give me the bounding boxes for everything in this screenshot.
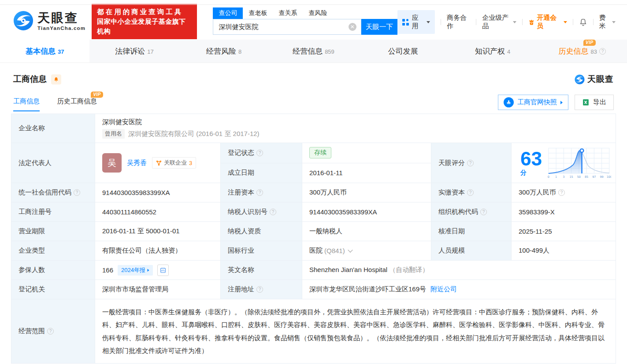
- help-icon[interactable]: ?: [599, 48, 606, 55]
- monitor-bell-icon[interactable]: [51, 74, 61, 85]
- top-nav: 应用 商务合作 企业级产品 开通会员 费米: [397, 10, 616, 34]
- help-icon[interactable]: ?: [270, 209, 276, 215]
- search-tab-company[interactable]: 查公司: [213, 7, 243, 19]
- nearby-companies-link[interactable]: 附近公司: [430, 285, 457, 294]
- search-tab-boss[interactable]: 查老板: [243, 7, 273, 19]
- svg-text:99: 99: [600, 175, 604, 179]
- tab-count: 4: [507, 48, 510, 55]
- clear-search-icon[interactable]: ✕: [349, 23, 356, 31]
- field-value: 2016-01-11: [302, 163, 431, 183]
- table-row: 参保人数 166 2024年报 英文名称 Shenzhen Jian'an Ho…: [11, 261, 616, 280]
- field-label: 组织机构代码?: [431, 202, 512, 222]
- divider: [522, 19, 523, 25]
- field-value: 166 2024年报: [95, 261, 221, 280]
- tab-history-info[interactable]: 历史信息 VIP 83 ?: [538, 40, 627, 63]
- former-name-badge: 曾用名: [102, 129, 125, 139]
- help-icon[interactable]: ?: [256, 150, 263, 156]
- table-row: 法定代表人 吴 吴秀香 关联企业 3 登记状态? 存续 天眼评分?: [11, 143, 616, 163]
- divider: [441, 19, 441, 25]
- svg-text:0: 0: [548, 175, 549, 179]
- help-icon[interactable]: ?: [256, 189, 263, 196]
- score-distribution-chart: 0 1 3 15 50 85 97 99 100: [547, 146, 611, 180]
- tianyancha-logo[interactable]: 天眼查 TianYanCha.com: [13, 11, 85, 33]
- table-row: 经营范围? 一般经营项目：中医养生保健服务（非医疗）。（除依法须经批准的项目外，…: [11, 299, 616, 364]
- tianyancha-logo-icon: [13, 11, 33, 33]
- tab-company-development[interactable]: 公司发展: [358, 40, 448, 63]
- tab-count: 83: [591, 48, 597, 55]
- trend-chart-button[interactable]: [157, 265, 169, 276]
- help-icon[interactable]: ?: [256, 286, 263, 293]
- table-row: 企业类型 有限责任公司（法人独资） 国标行业 医院 (Q841) 人员规模 10…: [11, 241, 616, 261]
- field-value[interactable]: 医院 (Q841): [302, 241, 431, 261]
- slogan-line1: 都在用的商业查询工具: [97, 7, 192, 17]
- export-button[interactable]: 导出: [575, 95, 614, 110]
- tab-intellectual-property[interactable]: 知识产权4: [448, 40, 537, 63]
- help-icon[interactable]: ?: [74, 189, 80, 196]
- field-label: 纳税人资质: [221, 222, 302, 241]
- table-row: 工商注册号 440301114860552 纳税人识别号? 9144030035…: [11, 202, 616, 222]
- username: 费米: [599, 14, 610, 30]
- apps-menu[interactable]: 应用: [397, 10, 435, 34]
- field-value: 300万人民币?: [512, 183, 616, 202]
- industry-name: 医院: [309, 246, 323, 255]
- field-label: 注册地址?: [221, 280, 302, 299]
- tab-label: 基本信息: [26, 46, 56, 56]
- subtab-history-business-info[interactable]: 历史工商信息 VIP: [57, 97, 97, 111]
- field-value: 有限责任公司（法人独资）: [95, 241, 221, 261]
- field-value: 2016-01-11 至 5000-01-01: [95, 222, 221, 241]
- field-value: 深圳市市场监督管理局: [95, 280, 221, 299]
- nav-enterprise[interactable]: 企业级产品: [482, 14, 516, 30]
- tianyan-score: 63: [520, 148, 542, 169]
- legal-rep-avatar[interactable]: 吴: [102, 153, 122, 173]
- field-label: 国标行业: [221, 241, 302, 261]
- search-button[interactable]: 天眼一下: [361, 19, 397, 35]
- business-registration-section: 工商信息 天眼查 工商信息 历史工商信息 VIP 工商官网快照: [0, 74, 627, 364]
- help-icon[interactable]: ?: [467, 189, 474, 196]
- search-input[interactable]: [213, 23, 348, 31]
- svg-text:100: 100: [607, 175, 611, 179]
- tab-count: 8: [238, 48, 241, 55]
- apps-grid-icon: [402, 19, 409, 26]
- excel-icon: [582, 99, 590, 106]
- company-page-tabs: 基本信息37 法律诉讼17 经营风险8 经营信息859 公司发展 知识产权4 历…: [0, 40, 627, 63]
- chevron-down-icon[interactable]: [348, 247, 352, 252]
- annual-report-badge[interactable]: 2024年报: [118, 265, 153, 276]
- divider: [476, 19, 476, 25]
- field-label: 人员规模: [431, 241, 512, 261]
- tab-legal-litigation[interactable]: 法律诉讼17: [89, 40, 179, 63]
- tab-count: 17: [147, 48, 153, 55]
- chevron-down-icon: [513, 21, 516, 23]
- subtab-business-info[interactable]: 工商信息: [13, 97, 40, 111]
- english-name: Shenzhen Jian'an Hospital: [309, 266, 387, 273]
- chevron-down-icon: [564, 21, 567, 23]
- subtab-label: 历史工商信息: [57, 97, 97, 105]
- nav-cooperation[interactable]: 商务合作: [447, 14, 470, 30]
- vip-badge: VIP: [583, 40, 596, 46]
- divider: [593, 19, 594, 25]
- network-icon: [156, 160, 162, 166]
- search-tab-risk[interactable]: 查风险: [303, 7, 333, 19]
- help-icon[interactable]: ?: [467, 160, 474, 166]
- official-snapshot-button[interactable]: 工商官网快照: [498, 95, 568, 110]
- tab-count: 37: [58, 48, 64, 55]
- search-area: 查公司 查老板 查关系 查风险 ✕ 天眼一下: [213, 7, 397, 35]
- tab-label: 公司发展: [388, 46, 418, 56]
- auto-translate-note: （自动翻译）: [389, 266, 429, 273]
- user-menu[interactable]: 费米: [599, 14, 616, 30]
- export-label: 导出: [593, 98, 606, 107]
- legal-rep-link[interactable]: 吴秀香: [127, 159, 147, 167]
- tab-basic-info[interactable]: 基本信息37: [0, 40, 89, 63]
- help-icon[interactable]: ?: [558, 189, 565, 196]
- notifications-bell-icon[interactable]: [579, 18, 587, 26]
- related-companies-badge[interactable]: 关联企业 3: [152, 157, 196, 169]
- tab-label: 知识产权: [475, 46, 505, 56]
- vip-badge: VIP: [91, 92, 103, 98]
- help-icon[interactable]: ?: [480, 209, 487, 215]
- open-vip-button[interactable]: 开通会员: [528, 14, 567, 30]
- help-icon[interactable]: ?: [47, 328, 54, 335]
- tab-business-info[interactable]: 经营信息859: [269, 40, 358, 63]
- search-tab-relation[interactable]: 查关系: [273, 7, 303, 19]
- field-label: 成立日期: [221, 163, 302, 183]
- field-value: Shenzhen Jian'an Hospital （自动翻译）: [302, 261, 616, 280]
- tab-operating-risk[interactable]: 经营风险8: [179, 40, 269, 63]
